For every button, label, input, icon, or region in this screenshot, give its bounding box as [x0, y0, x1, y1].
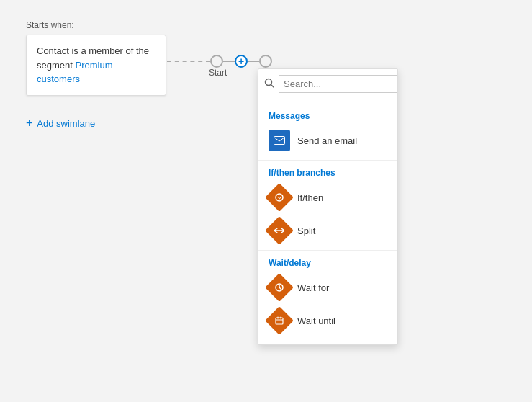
- wait-for-diamond-icon: [265, 273, 294, 302]
- action-wait-for[interactable]: Wait for: [258, 271, 397, 304]
- section-wait-label: Wait/delay: [258, 254, 397, 271]
- divider-1: [258, 160, 397, 161]
- section-ifthen-label: If/then branches: [258, 164, 397, 181]
- search-icon: [264, 78, 274, 90]
- if-then-diamond-inner: ?: [275, 193, 284, 202]
- split-icon-wrapper: [269, 220, 290, 241]
- action-dropdown-panel: Messages Send an email If/then branches: [258, 68, 398, 345]
- starts-when-label: Starts when:: [26, 20, 74, 30]
- wait-until-icon-wrapper: [269, 310, 290, 331]
- add-swimlane-button[interactable]: + Add swimlane: [26, 117, 95, 130]
- short-connector-line2: [248, 61, 259, 62]
- add-swimlane-label: Add swimlane: [37, 118, 95, 129]
- if-then-icon-wrapper: ?: [269, 187, 290, 208]
- action-if-then[interactable]: ? If/then: [258, 181, 397, 214]
- add-swimlane-icon: +: [26, 117, 32, 130]
- dashed-line: [167, 61, 210, 62]
- action-wait-until[interactable]: Wait until: [258, 304, 397, 337]
- add-step-circle[interactable]: +: [235, 55, 248, 68]
- svg-line-1: [271, 85, 274, 88]
- panel-scroll-area[interactable]: Messages Send an email If/then branches: [258, 99, 397, 344]
- action-split[interactable]: Split: [258, 214, 397, 247]
- canvas: Starts when: Contact is a member of the …: [0, 0, 532, 402]
- wait-until-label: Wait until: [297, 316, 335, 326]
- svg-text:?: ?: [278, 195, 281, 202]
- divider-2: [258, 250, 397, 251]
- svg-rect-6: [276, 318, 283, 324]
- search-row: [258, 69, 397, 99]
- wait-for-diamond-inner: [275, 283, 284, 292]
- split-diamond-icon: [265, 216, 294, 245]
- if-then-diamond-icon: ?: [265, 183, 294, 212]
- wait-until-diamond-inner: [275, 316, 284, 325]
- split-label: Split: [297, 225, 315, 236]
- search-input[interactable]: [279, 75, 398, 93]
- send-email-label: Send an email: [297, 135, 357, 146]
- end-circle: [259, 55, 272, 68]
- connector: +: [167, 46, 272, 68]
- trigger-card: Contact is a member of the segment Premi…: [26, 35, 166, 96]
- action-send-email[interactable]: Send an email: [258, 124, 397, 157]
- split-diamond-inner: [274, 227, 284, 234]
- email-icon: [269, 130, 290, 151]
- wait-for-icon-wrapper: [269, 277, 290, 298]
- if-then-label: If/then: [297, 192, 323, 203]
- section-messages-label: Messages: [258, 107, 397, 124]
- circle-node: [210, 55, 223, 68]
- send-email-icon-wrapper: [269, 130, 290, 151]
- svg-rect-2: [274, 137, 285, 145]
- wait-until-diamond-icon: [265, 306, 294, 335]
- short-connector-line: [223, 61, 235, 62]
- start-label: Start: [209, 68, 227, 78]
- wait-for-label: Wait for: [297, 282, 329, 293]
